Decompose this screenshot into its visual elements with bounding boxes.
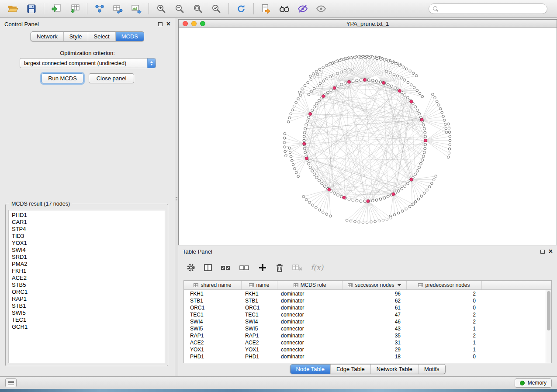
cell-successor-nodes: 29 xyxy=(343,347,407,353)
cell-shared-name: FKH1 xyxy=(184,291,242,297)
network-table-button[interactable] xyxy=(109,2,127,16)
table-row[interactable]: YOX1YOX1connector291 xyxy=(184,346,546,353)
import-table-button[interactable] xyxy=(66,2,83,16)
table-row[interactable]: ACE2ACE2connector311 xyxy=(184,339,546,346)
column-header-name[interactable]: name xyxy=(242,281,277,289)
deselect-all-button[interactable] xyxy=(239,263,250,272)
open-session-button[interactable] xyxy=(4,2,22,16)
mcds-result-item[interactable]: YOX1 xyxy=(9,240,165,247)
select-all-button[interactable] xyxy=(220,263,232,272)
table-row[interactable]: FKH1FKH1dominator962 xyxy=(184,290,546,297)
column-header-shared-name[interactable]: shared name xyxy=(184,281,242,289)
menu-icon xyxy=(8,381,14,385)
table-row[interactable]: PHD1PHD1dominator180 xyxy=(184,353,546,360)
tab-style[interactable]: Style xyxy=(63,32,88,41)
add-column-button[interactable] xyxy=(258,263,267,272)
toolbar-separator xyxy=(87,3,87,14)
tab-edge-table[interactable]: Edge Table xyxy=(330,364,370,374)
run-mcds-button[interactable]: Run MCDS xyxy=(42,73,83,83)
float-table-panel-icon[interactable] xyxy=(540,250,545,254)
table-row[interactable]: SWI4SWI4dominator462 xyxy=(184,318,546,325)
column-label: MCDS role xyxy=(301,282,326,288)
column-header-predecessor-nodes[interactable]: predecessor nodes xyxy=(407,281,482,289)
mcds-result-item[interactable]: PMA2 xyxy=(9,261,165,268)
table-row[interactable]: RAP1RAP1dominator352 xyxy=(184,332,546,339)
show-columns-button[interactable] xyxy=(203,263,213,272)
mcds-result-item[interactable]: STB1 xyxy=(9,303,165,309)
show-graphics-button[interactable] xyxy=(312,2,330,16)
delete-table-button[interactable] xyxy=(292,263,303,272)
export-document-button[interactable] xyxy=(257,2,275,16)
import-network-button[interactable] xyxy=(48,2,65,16)
table-scrollbar[interactable] xyxy=(546,290,551,363)
mcds-result-item[interactable]: GCR1 xyxy=(9,323,165,330)
vertical-splitter[interactable] xyxy=(175,18,178,376)
tab-mcds[interactable]: MCDS xyxy=(115,32,144,41)
table-row[interactable]: SWI5SWI5connector431 xyxy=(184,325,546,332)
float-panel-icon[interactable] xyxy=(158,22,163,26)
mcds-result-item[interactable]: STB5 xyxy=(9,282,165,289)
network-window-title: YPA_prune.txt_1 xyxy=(346,21,389,27)
optimization-label: Optimization criterion: xyxy=(0,50,175,56)
delete-column-button[interactable] xyxy=(275,263,284,272)
zoom-fit-icon xyxy=(193,3,203,14)
network-window-titlebar[interactable]: YPA_prune.txt_1 xyxy=(179,20,557,28)
search-box[interactable] xyxy=(429,3,547,14)
tab-network[interactable]: Network xyxy=(31,32,63,41)
mcds-result-item[interactable]: SRD1 xyxy=(9,254,165,261)
zoom-out-button[interactable] xyxy=(171,2,188,16)
close-table-panel-x-icon[interactable]: × xyxy=(549,248,553,255)
mcds-result-item[interactable]: PHD1 xyxy=(9,212,165,219)
column-label: predecessor nodes xyxy=(425,282,470,288)
mcds-result-item[interactable]: TEC1 xyxy=(9,316,165,323)
tab-network-table[interactable]: Network Table xyxy=(370,364,418,374)
cell-shared-name: SWI5 xyxy=(184,326,242,332)
mcds-result-item[interactable]: STP4 xyxy=(9,226,165,233)
table-toolbar: f(x) xyxy=(186,258,323,277)
table-settings-button[interactable] xyxy=(186,263,196,272)
function-builder-button[interactable]: f(x) xyxy=(311,263,323,272)
mcds-result-item[interactable]: ORC1 xyxy=(9,289,165,296)
network-image-button[interactable] xyxy=(128,2,145,16)
mcds-result-item[interactable]: SWI5 xyxy=(9,309,165,316)
scrollbar-thumb[interactable] xyxy=(547,291,550,330)
open-folder-icon xyxy=(7,3,19,14)
close-panel-button[interactable]: Close panel xyxy=(89,73,134,83)
mcds-result-item[interactable]: ACE2 xyxy=(9,275,165,282)
network-canvas[interactable] xyxy=(179,28,556,245)
refresh-layout-button[interactable] xyxy=(232,2,250,16)
cell-name: SWI5 xyxy=(242,326,277,332)
panel-menu-button[interactable] xyxy=(5,378,17,387)
search-network-button[interactable] xyxy=(276,2,293,16)
cell-name: TEC1 xyxy=(242,312,277,318)
tab-select[interactable]: Select xyxy=(88,32,115,41)
window-close-button[interactable] xyxy=(183,21,188,26)
column-header-MCDS-role[interactable]: MCDS role xyxy=(277,281,343,289)
window-zoom-button[interactable] xyxy=(200,21,205,26)
zoom-selected-button[interactable] xyxy=(208,2,225,16)
mcds-result-item[interactable]: RAP1 xyxy=(9,296,165,303)
new-network-button[interactable] xyxy=(91,2,108,16)
hide-graphics-button[interactable] xyxy=(294,2,311,16)
column-header-successor-nodes[interactable]: successor nodes xyxy=(343,281,407,289)
mcds-result-list[interactable]: PHD1CAR1STP4TID3YOX1SWI4SRD1PMA2FKH1ACE2… xyxy=(8,210,165,363)
tab-node-table[interactable]: Node Table xyxy=(290,364,330,374)
cell-MCDS-role: connector xyxy=(277,340,343,346)
zoom-in-button[interactable] xyxy=(152,2,170,16)
mcds-result-item[interactable]: FKH1 xyxy=(9,268,165,275)
save-session-button[interactable] xyxy=(23,2,40,16)
cell-shared-name: YOX1 xyxy=(184,347,242,353)
table-row[interactable]: TEC1TEC1connector472 xyxy=(184,311,546,318)
window-minimize-button[interactable] xyxy=(191,21,197,26)
table-row[interactable]: STB1STB1dominator620 xyxy=(184,297,546,304)
criterion-select[interactable]: largest connected component (undirected) xyxy=(20,58,156,68)
memory-button[interactable]: Memory xyxy=(515,378,552,388)
mcds-result-item[interactable]: SWI4 xyxy=(9,247,165,254)
table-row[interactable]: ORC1ORC1dominator610 xyxy=(184,304,546,311)
tab-motifs[interactable]: Motifs xyxy=(418,364,445,374)
mcds-result-item[interactable]: TID3 xyxy=(9,233,165,240)
close-panel-x-icon[interactable]: × xyxy=(166,21,170,28)
search-input[interactable] xyxy=(441,6,543,12)
mcds-result-item[interactable]: CAR1 xyxy=(9,219,165,226)
zoom-fit-button[interactable] xyxy=(189,2,207,16)
